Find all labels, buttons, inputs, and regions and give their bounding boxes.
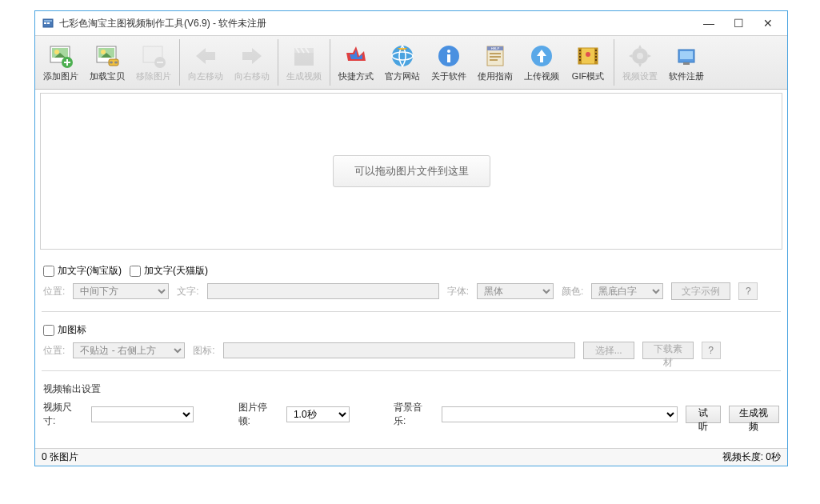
svg-rect-52: [683, 62, 690, 65]
tool-label: 视频设置: [622, 70, 658, 82]
tool-label: 上传视频: [524, 70, 559, 82]
add-image-button[interactable]: 添加图片: [38, 38, 83, 87]
video-size-select[interactable]: [91, 406, 194, 422]
color-label: 颜色:: [562, 285, 583, 298]
add-text-taobao-checkbox[interactable]: 加文字(淘宝版): [43, 264, 122, 278]
arrow-right-icon: [239, 43, 265, 69]
tool-label: 官方网站: [385, 70, 420, 82]
font-select[interactable]: 黑体: [477, 283, 554, 299]
upload-video-button[interactable]: 上传视频: [519, 38, 564, 87]
icon-path-input[interactable]: [223, 342, 575, 358]
svg-marker-23: [350, 50, 362, 59]
text-position-select[interactable]: 中间下方: [73, 283, 169, 299]
tool-label: 快捷方式: [338, 70, 374, 82]
choose-icon-button[interactable]: 选择...: [583, 342, 634, 359]
svg-marker-18: [196, 48, 215, 64]
color-select[interactable]: 黑底白字: [591, 283, 663, 299]
icon-position-select[interactable]: 不贴边 - 右侧上方: [73, 342, 185, 358]
text-overlay-section: 加文字(淘宝版) 加文字(天猫版) 位置: 中间下方 文字: 字体: 黑体 颜色…: [35, 254, 787, 310]
clapboard-icon: [291, 43, 317, 69]
svg-text:HELP: HELP: [491, 46, 500, 50]
gif-mode-button[interactable]: GIF模式: [566, 38, 610, 87]
checkbox-label: 加文字(天猫版): [144, 264, 208, 278]
svg-rect-20: [294, 53, 314, 66]
svg-point-27: [447, 50, 450, 53]
statusbar: 0 张图片 视频长度: 0秒: [35, 448, 787, 466]
add-icon-checkbox[interactable]: 加图标: [43, 323, 86, 337]
drop-hint-button[interactable]: 可以拖动图片文件到这里: [333, 155, 490, 187]
svg-rect-32: [490, 53, 501, 54]
frame-duration-select[interactable]: 1.0秒: [286, 406, 350, 422]
app-icon: [42, 17, 54, 30]
svg-point-14: [110, 61, 113, 63]
tool-label: 向左移动: [188, 70, 223, 82]
shortcut-icon: [343, 43, 369, 69]
svg-point-49: [637, 53, 643, 59]
tool-label: 关于软件: [431, 70, 466, 82]
svg-rect-41: [579, 56, 581, 58]
preview-audio-button[interactable]: 试听: [686, 406, 721, 423]
svg-rect-34: [490, 59, 498, 61]
icon-help-button[interactable]: ?: [702, 342, 721, 359]
svg-rect-2: [44, 22, 46, 24]
tool-label: 使用指南: [478, 70, 513, 82]
move-right-button[interactable]: 向右移动: [230, 38, 274, 87]
guide-button[interactable]: HELP 使用指南: [473, 38, 518, 87]
text-sample-button[interactable]: 文字示例: [671, 282, 730, 300]
frame-duration-label: 图片停顿:: [238, 401, 278, 428]
tool-label: 向右移动: [234, 70, 270, 82]
toolbar: 添加图片 加载宝贝 移除图片 向左移动 向右移动 生成视频: [35, 35, 787, 90]
shortcut-button[interactable]: 快捷方式: [334, 38, 378, 87]
website-button[interactable]: 官方网站: [380, 38, 425, 87]
generate-video-button[interactable]: 生成视频: [729, 406, 779, 423]
maximize-button[interactable]: ☐: [734, 17, 744, 30]
titlebar: 七彩色淘宝主图视频制作工具(V6.9) - 软件未注册 — ☐ ✕: [35, 11, 787, 35]
remove-image-icon: [141, 43, 166, 69]
bg-music-select[interactable]: [442, 406, 678, 422]
close-button[interactable]: ✕: [763, 17, 773, 30]
tool-label: 生成视频: [286, 70, 322, 82]
video-size-label: 视频尺寸:: [43, 401, 83, 428]
svg-rect-3: [47, 22, 50, 24]
tool-label: 添加图片: [43, 70, 78, 82]
text-help-button[interactable]: ?: [738, 282, 758, 300]
add-image-icon: [48, 43, 74, 69]
tool-label: GIF模式: [572, 70, 604, 82]
register-button[interactable]: 软件注册: [664, 38, 709, 87]
checkbox-label: 加文字(淘宝版): [58, 264, 122, 278]
svg-rect-46: [595, 59, 597, 61]
svg-point-11: [101, 50, 106, 54]
remove-image-button[interactable]: 移除图片: [131, 38, 176, 87]
gen-video-button[interactable]: 生成视频: [282, 38, 326, 87]
gif-icon: [575, 43, 601, 69]
font-label: 字体:: [447, 285, 469, 298]
icon-position-label: 位置:: [43, 344, 65, 358]
text-label: 文字:: [177, 285, 198, 298]
icon-overlay-section: 加图标 位置: 不贴边 - 右侧上方 图标: 选择... 下载素材 ?: [35, 314, 787, 369]
svg-rect-51: [680, 51, 693, 59]
svg-rect-39: [579, 50, 581, 51]
icon-label: 图标:: [193, 344, 214, 358]
download-material-button[interactable]: 下载素材: [642, 342, 694, 359]
add-text-tmall-checkbox[interactable]: 加文字(天猫版): [130, 264, 208, 278]
svg-rect-1: [44, 20, 52, 22]
load-item-button[interactable]: 加载宝贝: [85, 38, 130, 87]
svg-point-6: [54, 50, 59, 54]
about-button[interactable]: 关于软件: [426, 38, 471, 87]
globe-icon: [390, 43, 415, 69]
image-drop-area[interactable]: 可以拖动图片文件到这里: [40, 93, 782, 250]
info-icon: [436, 43, 462, 69]
register-icon: [674, 43, 699, 69]
svg-rect-40: [579, 53, 581, 54]
image-count-label: 0 张图片: [42, 450, 78, 464]
minimize-button[interactable]: —: [703, 17, 714, 30]
tool-label: 加载宝贝: [90, 70, 125, 82]
svg-point-47: [586, 52, 590, 57]
video-settings-button[interactable]: 视频设置: [618, 38, 662, 87]
arrow-left-icon: [193, 43, 218, 69]
text-input[interactable]: [207, 283, 439, 299]
move-left-button[interactable]: 向左移动: [183, 38, 228, 87]
window-title: 七彩色淘宝主图视频制作工具(V6.9) - 软件未注册: [59, 17, 703, 30]
svg-point-15: [114, 61, 118, 63]
upload-icon: [529, 43, 554, 69]
